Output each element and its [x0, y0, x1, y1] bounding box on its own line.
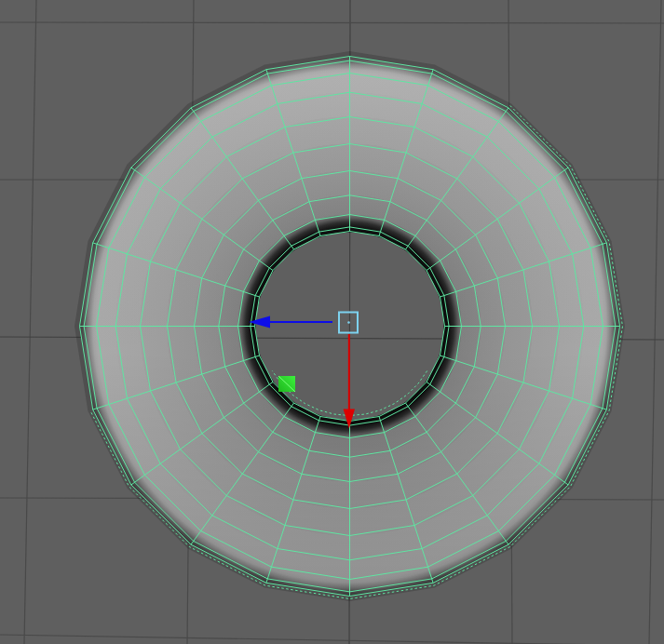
- 3d-viewport[interactable]: [0, 0, 664, 644]
- scene-canvas[interactable]: [0, 0, 664, 644]
- manipulator-center-dot: [347, 321, 350, 324]
